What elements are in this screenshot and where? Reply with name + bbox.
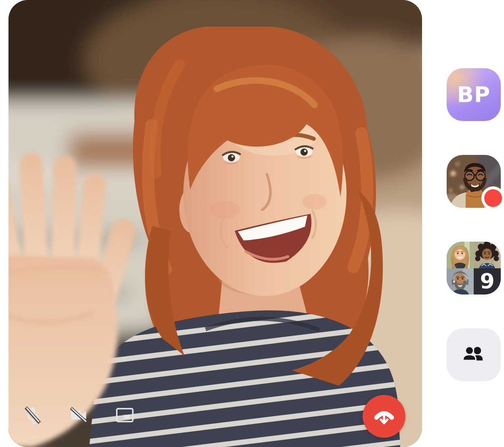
mic-off-icon xyxy=(24,406,42,424)
camera-toggle-button[interactable] xyxy=(70,406,88,424)
contacts-button[interactable] xyxy=(447,328,501,381)
group-avatar[interactable]: 9 xyxy=(447,242,501,295)
group-member-photo xyxy=(474,242,501,268)
end-call-button[interactable] xyxy=(363,395,405,438)
group-member-photo xyxy=(447,268,474,295)
camera-off-icon xyxy=(70,407,88,424)
video-call-screen: BP xyxy=(0,0,504,447)
mute-button[interactable] xyxy=(24,406,42,424)
contact-avatar[interactable] xyxy=(447,155,501,208)
call-controls xyxy=(24,406,134,424)
recording-badge-dot xyxy=(484,189,502,207)
group-member-photo xyxy=(447,242,474,268)
main-video-tile xyxy=(8,0,422,447)
end-call-icon xyxy=(373,405,395,428)
workspace-initials: BP xyxy=(457,84,491,106)
group-overflow-count-label: 9 xyxy=(480,271,494,292)
group-overflow-count: 9 xyxy=(474,268,501,295)
picture-in-picture-icon xyxy=(116,407,134,423)
recording-badge xyxy=(481,186,504,210)
workspace-avatar-bp[interactable]: BP xyxy=(447,68,501,121)
call-sidebar: BP xyxy=(447,0,501,447)
pip-button[interactable] xyxy=(116,406,134,424)
remote-video-feed xyxy=(8,0,422,447)
people-icon xyxy=(461,345,486,365)
